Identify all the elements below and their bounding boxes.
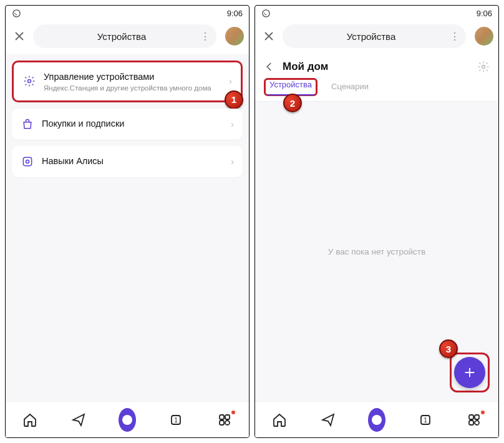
card-title: Навыки Алисы [42, 155, 223, 167]
whatsapp-icon [261, 9, 271, 18]
add-device-fab[interactable] [454, 357, 485, 388]
status-bar: 9:06 [255, 6, 498, 21]
skills-icon [21, 155, 34, 168]
svg-text:1: 1 [424, 417, 427, 424]
more-icon[interactable]: ⋮ [200, 31, 210, 42]
notification-dot [481, 411, 485, 414]
card-title: Управление устройствами [44, 71, 221, 83]
nav-apps[interactable] [465, 411, 483, 429]
close-button[interactable] [11, 27, 28, 45]
status-bar: 9:06 [6, 6, 249, 21]
nav-home[interactable] [271, 411, 288, 429]
card-text: Покупки и подписки [42, 118, 223, 130]
screen-1: 9:06 Устройства ⋮ Управление устройствам… [5, 5, 250, 438]
sub-header: Мой дом [255, 54, 498, 78]
chevron-right-icon: › [231, 119, 234, 129]
svg-text:1: 1 [174, 417, 178, 424]
status-time: 9:06 [227, 9, 243, 18]
settings-gear-icon[interactable] [477, 61, 490, 73]
empty-text: У вас пока нет устройств [328, 247, 425, 256]
bottom-nav: 1 [255, 401, 498, 437]
svg-rect-2 [23, 157, 31, 165]
svg-rect-16 [469, 421, 473, 425]
nav-send[interactable] [319, 411, 337, 429]
svg-rect-8 [220, 421, 224, 425]
svg-point-10 [263, 9, 269, 16]
title-pill[interactable]: Устройства ⋮ [283, 24, 466, 48]
svg-point-1 [28, 80, 31, 83]
step-badge-3: 3 [439, 339, 458, 358]
nav-alice[interactable] [119, 411, 136, 429]
whatsapp-icon [12, 9, 21, 18]
screen-2: 9:06 Устройства ⋮ Мой дом Устрой [254, 5, 499, 438]
tabs: Устройства 2 Сценарии [255, 78, 498, 102]
purchases-card[interactable]: Покупки и подписки › [12, 109, 243, 140]
notification-dot [231, 411, 235, 414]
step-badge-2: 2 [283, 94, 302, 112]
home-title: Мой дом [283, 61, 471, 73]
page-title: Устройства [293, 31, 450, 42]
step-badge-1: 1 [225, 90, 243, 109]
alice-skills-card[interactable]: Навыки Алисы › [12, 146, 243, 177]
card-title: Покупки и подписки [42, 118, 223, 130]
svg-rect-15 [475, 415, 479, 419]
status-time: 9:06 [477, 9, 492, 18]
tab-devices-highlight: Устройства 2 [264, 78, 317, 96]
content-area: Управление устройствами Яндекс.Станция и… [6, 54, 249, 401]
more-icon[interactable]: ⋮ [450, 31, 460, 42]
nav-apps[interactable] [216, 411, 233, 429]
gear-icon [22, 74, 36, 88]
close-button[interactable] [260, 27, 278, 45]
svg-rect-6 [220, 415, 224, 419]
card-text: Управление устройствами Яндекс.Станция и… [44, 71, 221, 92]
svg-point-17 [475, 421, 479, 425]
svg-point-11 [482, 66, 485, 69]
svg-point-3 [26, 160, 29, 163]
bottom-nav: 1 [6, 401, 249, 437]
content-area: Мой дом Устройства 2 Сценарии У вас пока… [255, 54, 498, 401]
header: Устройства ⋮ [255, 21, 498, 54]
svg-rect-14 [469, 415, 473, 419]
avatar[interactable] [225, 27, 244, 46]
avatar[interactable] [475, 27, 493, 46]
fab-highlight: 3 [450, 353, 490, 392]
title-pill[interactable]: Устройства ⋮ [33, 24, 216, 48]
manage-devices-card[interactable]: Управление устройствами Яндекс.Станция и… [12, 61, 243, 102]
nav-home[interactable] [21, 411, 39, 429]
back-button[interactable] [264, 61, 276, 72]
bag-icon [21, 117, 34, 131]
svg-point-9 [225, 421, 230, 425]
nav-send[interactable] [70, 411, 87, 429]
page-title: Устройства [43, 31, 200, 42]
tab-devices[interactable]: Устройства [267, 76, 314, 95]
chevron-right-icon: › [231, 157, 234, 167]
card-subtitle: Яндекс.Станция и другие устройства умног… [44, 84, 221, 92]
card-text: Навыки Алисы [42, 155, 223, 167]
tab-scenarios[interactable]: Сценарии [329, 78, 371, 96]
nav-tabs[interactable]: 1 [417, 411, 434, 429]
header: Устройства ⋮ [6, 21, 249, 54]
nav-alice[interactable] [368, 411, 385, 429]
nav-tabs[interactable]: 1 [167, 411, 185, 429]
svg-rect-7 [225, 415, 230, 419]
svg-point-0 [13, 9, 20, 16]
chevron-right-icon: › [229, 76, 232, 86]
